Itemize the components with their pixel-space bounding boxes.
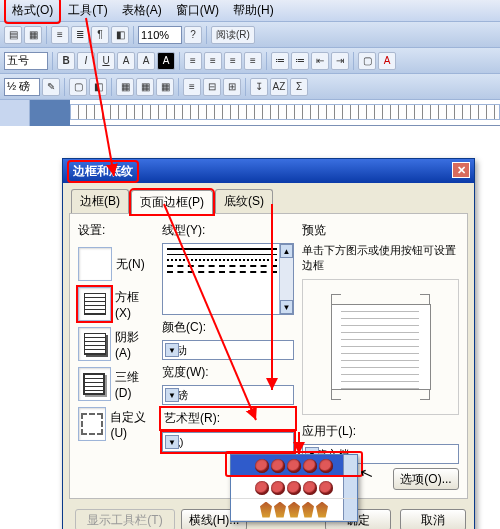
tb-btn[interactable]: ▦ <box>24 26 42 44</box>
tb-btn[interactable]: A <box>137 52 155 70</box>
scroll-down-icon[interactable]: ▼ <box>280 300 293 314</box>
preview-box[interactable] <box>302 279 459 415</box>
fill-color-btn[interactable]: ◧ <box>89 78 107 96</box>
settings-column: 设置: 无(N) 方框(X) 阴影(A) 三维(D) 自定义(U) <box>78 222 154 490</box>
align-center-btn[interactable]: ≡ <box>204 52 222 70</box>
close-icon[interactable]: ✕ <box>452 162 470 178</box>
tb-btn[interactable]: ¶ <box>91 26 109 44</box>
separator <box>52 52 53 70</box>
menu-tools[interactable]: 工具(T) <box>61 0 114 23</box>
ornament-icon <box>287 481 301 495</box>
distribute-cols-btn[interactable]: ⊞ <box>223 78 241 96</box>
ornament-icon <box>255 481 269 495</box>
ruler-margin[interactable] <box>30 100 70 126</box>
preview-column: 预览 单击下方图示或使用按钮可设置边框 应用于(L): 整篇文档▼ 选项(O).… <box>302 222 459 490</box>
scrollbar[interactable] <box>343 477 357 498</box>
preview-corner-icon <box>331 390 341 400</box>
formatting-toolbar: B I U A A A ≡ ≡ ≡ ≡ ≔ ≔ ⇤ ⇥ ▢ A <box>0 48 500 74</box>
scroll-up-icon[interactable]: ▲ <box>280 244 293 258</box>
autofit-btn[interactable]: ↧ <box>250 78 268 96</box>
align-btn[interactable]: ≡ <box>183 78 201 96</box>
ornament-icon <box>287 459 301 473</box>
tb-btn[interactable]: ? <box>184 26 202 44</box>
setting-none[interactable] <box>78 247 112 281</box>
preview-page <box>331 304 431 390</box>
sort-btn[interactable]: AZ <box>270 78 288 96</box>
merge-cells-btn[interactable]: ▦ <box>136 78 154 96</box>
tb-btn[interactable]: ≡ <box>51 26 69 44</box>
split-cells-btn[interactable]: ▦ <box>156 78 174 96</box>
font-size-combo[interactable] <box>4 52 48 70</box>
preview-label: 预览 <box>302 222 459 239</box>
distribute-rows-btn[interactable]: ⊟ <box>203 78 221 96</box>
tab-shading[interactable]: 底纹(S) <box>215 189 273 213</box>
dialog-titlebar[interactable]: 边框和底纹 ✕ <box>63 159 474 183</box>
art-option[interactable] <box>231 477 357 499</box>
separator <box>133 26 134 44</box>
setting-box[interactable] <box>78 287 111 321</box>
outdent-btn[interactable]: ⇥ <box>331 52 349 70</box>
separator <box>266 52 267 70</box>
separator <box>206 26 207 44</box>
color-value: 自动 <box>165 343 187 358</box>
tb-btn[interactable]: ▤ <box>4 26 22 44</box>
autosum-btn[interactable]: Σ <box>290 78 308 96</box>
border-btn[interactable]: ▢ <box>358 52 376 70</box>
font-color-btn[interactable]: A <box>378 52 396 70</box>
italic-btn[interactable]: I <box>77 52 95 70</box>
cancel-button[interactable]: 取消 <box>400 509 466 529</box>
menu-window[interactable]: 窗口(W) <box>169 0 226 23</box>
settings-label: 设置: <box>78 222 154 239</box>
tab-page-border[interactable]: 页面边框(P) <box>131 190 213 214</box>
indent-btn[interactable]: ⇤ <box>311 52 329 70</box>
list-btn[interactable]: ≔ <box>271 52 289 70</box>
tb-btn[interactable]: ◧ <box>111 26 129 44</box>
color-combo[interactable]: 自动▼ <box>162 340 294 360</box>
setting-custom[interactable] <box>78 407 106 441</box>
options-button[interactable]: 选项(O)... <box>393 468 459 490</box>
style-column: 线型(Y): ▲▼ 颜色(C): 自动▼ 宽度(W): ½ 磅▼ 艺术型(R):… <box>162 222 294 490</box>
numbered-list-btn[interactable]: ≔ <box>291 52 309 70</box>
scrollbar[interactable]: ▲▼ <box>279 244 293 314</box>
setting-3d[interactable] <box>78 367 111 401</box>
menu-table[interactable]: 表格(A) <box>115 0 169 23</box>
pen-color-btn[interactable]: ✎ <box>42 78 60 96</box>
separator <box>179 52 180 70</box>
width-value: ½ 磅 <box>165 388 188 403</box>
insert-table-btn[interactable]: ▦ <box>116 78 134 96</box>
underline-btn[interactable]: U <box>97 52 115 70</box>
align-right-btn[interactable]: ≡ <box>224 52 242 70</box>
tassel-icon <box>260 502 272 518</box>
highlight-btn[interactable]: A <box>157 52 175 70</box>
line-weight-combo[interactable] <box>4 78 40 96</box>
tb-btn[interactable]: A <box>117 52 135 70</box>
linestyle-list[interactable]: ▲▼ <box>162 243 294 315</box>
scrollbar[interactable] <box>343 499 357 520</box>
border-style-btn[interactable]: ▢ <box>69 78 87 96</box>
bold-btn[interactable]: B <box>57 52 75 70</box>
art-label: 艺术型(R): <box>162 409 294 428</box>
art-combo[interactable]: (无)▼ <box>162 432 294 452</box>
width-combo[interactable]: ½ 磅▼ <box>162 385 294 405</box>
width-label: 宽度(W): <box>162 364 294 381</box>
align-left-btn[interactable]: ≡ <box>184 52 202 70</box>
tab-border[interactable]: 边框(B) <box>71 189 129 213</box>
menu-format[interactable]: 格式(O) <box>4 0 61 24</box>
dialog-title: 边框和底纹 <box>67 160 139 183</box>
zoom-combo[interactable] <box>138 26 182 44</box>
preview-corner-icon <box>331 294 341 304</box>
setting-box-label: 方框(X) <box>115 289 154 320</box>
tb-btn[interactable]: ≣ <box>71 26 89 44</box>
menu-help[interactable]: 帮助(H) <box>226 0 281 23</box>
scrollbar[interactable] <box>343 455 357 476</box>
art-option-selected[interactable] <box>231 455 357 477</box>
ornament-icon <box>319 481 333 495</box>
separator <box>353 52 354 70</box>
art-option[interactable] <box>231 499 357 521</box>
read-btn[interactable]: 阅读(R) <box>211 26 255 44</box>
ruler-scale[interactable] <box>70 104 500 120</box>
separator <box>111 78 112 96</box>
align-justify-btn[interactable]: ≡ <box>244 52 262 70</box>
standard-toolbar: ▤ ▦ ≡ ≣ ¶ ◧ ? 阅读(R) <box>0 22 500 48</box>
setting-shadow[interactable] <box>78 327 111 361</box>
